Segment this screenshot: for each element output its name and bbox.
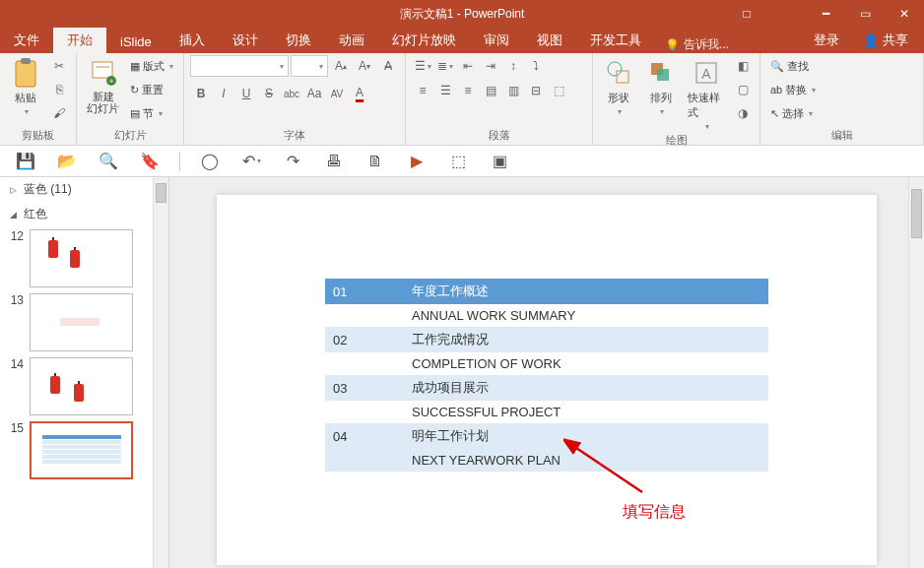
redo-button[interactable]: ↷ [281,150,304,173]
tab-transition[interactable]: 切换 [272,28,325,53]
share-btn[interactable]: 👤 共享 [855,28,916,53]
open-button[interactable]: 📂 [55,150,79,173]
format-button[interactable]: ▣ [488,150,511,173]
slide-canvas[interactable]: 01年度工作概述ANNUAL WORK SUMMARY02工作完成情况COMPL… [217,195,877,565]
tab-design[interactable]: 设计 [219,28,272,53]
clear-format-button[interactable]: A̶ [377,55,399,77]
indent-decrease-button[interactable]: ⇤ [457,55,479,77]
ribbon-display-options[interactable]: □ [727,0,766,28]
shape-fill-button[interactable]: ◧ [732,55,754,77]
minimize-btn[interactable]: ━ [806,0,845,28]
font-color-button[interactable]: A [349,83,370,104]
select-button[interactable]: ↖选择▾ [766,102,820,124]
paste-button[interactable]: 粘贴 ▾ [6,55,45,118]
underline-button[interactable]: U [235,83,257,104]
slide-thumb-13[interactable]: 13 [0,290,168,354]
canvas-scrollbar[interactable] [908,177,924,568]
tab-slideshow[interactable]: 幻灯片放映 [378,28,470,53]
font-size-combo[interactable]: ▾ [291,55,328,77]
table-row[interactable]: NEXT YEARWORK PLAN [325,449,768,472]
search-qat-button[interactable]: 🔍 [97,150,120,173]
align-right-button[interactable]: ≡ [457,80,479,101]
table-row[interactable]: 04明年工作计划 [325,423,768,449]
cell-text: SUCCESSFUL PROJECT [404,401,768,423]
tab-devtools[interactable]: 开发工具 [576,28,655,53]
format-painter-button[interactable]: 🖌 [48,102,70,124]
smartart-button[interactable]: ⬚ [548,80,569,101]
eraser-icon: A̶ [384,59,392,73]
tab-insert[interactable]: 插入 [165,28,219,53]
italic-button[interactable]: I [213,83,234,104]
tab-file[interactable]: 文件 [0,28,53,53]
content-table[interactable]: 01年度工作概述ANNUAL WORK SUMMARY02工作完成情况COMPL… [325,279,768,472]
quick-style-button[interactable]: A 快速样式▾ [684,55,729,133]
tab-start[interactable]: 开始 [53,28,106,53]
section-blue[interactable]: ▷ 蓝色 (11) [0,177,168,202]
insert-button[interactable]: ⬚ [446,150,470,173]
undo-icon: ↶ [242,152,255,170]
slide-thumb-15[interactable]: 15 [0,418,168,482]
version-button[interactable]: ◯ [198,150,222,173]
login-btn[interactable]: 登录 [806,28,847,53]
table-row[interactable]: 01年度工作概述 [325,279,768,304]
copy-button[interactable]: ⎘ [48,79,70,100]
replace-icon: ab [770,84,782,95]
tellme-search[interactable]: 💡 告诉我... [665,36,729,53]
align-left-button[interactable]: ≡ [412,80,433,101]
tags-button[interactable]: 🔖 [138,150,162,173]
align-justify-button[interactable]: ▤ [480,80,501,101]
char-spacing-button[interactable]: abc [281,83,302,104]
scrollbar-handle[interactable] [156,183,166,203]
align-center-button[interactable]: ☰ [434,80,456,101]
preview-button[interactable]: 🗎 [363,150,387,173]
print-button[interactable]: 🖶 [322,150,346,173]
slide-thumb-12[interactable]: 12 [0,226,168,290]
thumbnail-scrollbar[interactable] [153,177,168,568]
save-button[interactable]: 💾 [14,150,37,173]
grow-font-button[interactable]: A▴ [330,55,352,77]
undo-button[interactable]: ↶▾ [239,150,263,173]
text-direction-button[interactable]: ⤵ [525,55,547,77]
tab-review[interactable]: 审阅 [470,28,523,53]
play-button[interactable]: ▶ [405,150,429,173]
table-row[interactable]: 02工作完成情况 [325,327,768,352]
section-red[interactable]: ◢ 红色 [0,202,168,226]
strike-button[interactable]: S [258,83,280,104]
new-slide-button[interactable]: + 新建 幻灯片 [83,55,123,116]
tab-islide[interactable]: iSlide [106,31,165,53]
change-case-button[interactable]: Aa [303,83,325,104]
cut-button[interactable]: ✂ [48,55,70,77]
font-group-label: 字体 [190,128,399,144]
align-vert-button[interactable]: ⊟ [525,80,547,101]
table-row[interactable]: 03成功项目展示 [325,375,768,401]
number-list-button[interactable]: ≣▾ [434,55,456,77]
slide-thumb-14[interactable]: 14 [0,354,168,418]
indent-increase-button[interactable]: ⇥ [480,55,501,77]
arrange-button[interactable]: 排列▾ [641,55,681,118]
find-button[interactable]: 🔍查找 [766,55,820,77]
close-btn[interactable]: ✕ [885,0,924,28]
shape-outline-button[interactable]: ▢ [732,79,754,100]
save-icon: 💾 [16,152,35,170]
shapes-button[interactable]: 形状▾ [599,55,638,118]
line-spacing-button[interactable]: ↕ [502,55,524,77]
bullet-list-button[interactable]: ☰▾ [412,55,433,77]
tab-animation[interactable]: 动画 [325,28,378,53]
tab-view[interactable]: 视图 [523,28,576,53]
layout-button[interactable]: ▦版式▾ [126,55,177,77]
magnifier-icon: 🔍 [99,152,118,170]
section-button[interactable]: ▤节▾ [126,102,177,124]
columns-button[interactable]: ▥ [502,80,524,101]
table-row[interactable]: COMPLETION OF WORK [325,352,768,375]
kerning-button[interactable]: AV [326,83,348,104]
table-row[interactable]: SUCCESSFUL PROJECT [325,401,768,423]
replace-button[interactable]: ab替换▾ [766,79,820,100]
reset-button[interactable]: ↻重置 [126,79,177,100]
restore-btn[interactable]: ▭ [845,0,885,28]
shrink-font-button[interactable]: A▾ [354,55,375,77]
bold-button[interactable]: B [190,83,212,104]
font-family-combo[interactable]: ▾ [190,55,289,77]
table-row[interactable]: ANNUAL WORK SUMMARY [325,304,768,327]
scrollbar-handle[interactable] [911,189,922,238]
shape-effects-button[interactable]: ◑ [732,102,754,124]
